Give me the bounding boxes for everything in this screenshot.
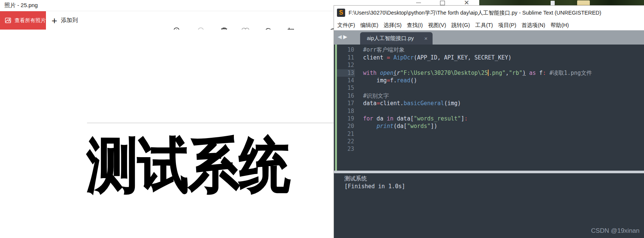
- code-line[interactable]: 16#识别文字: [337, 92, 644, 100]
- code-text: [355, 85, 363, 91]
- code-line[interactable]: 18: [337, 107, 644, 115]
- photo-gallery-icon: [4, 17, 12, 24]
- line-number: 16: [337, 92, 355, 100]
- view-all-photos-button[interactable]: 查看所有照片: [0, 11, 46, 30]
- code-text: data=client.basicGeneral(img): [355, 100, 461, 107]
- menu-item[interactable]: 视图(V): [428, 22, 446, 29]
- photos-window-title: 照片 - 25.png: [4, 2, 38, 9]
- menu-item[interactable]: 工具(T): [475, 22, 493, 29]
- code-line[interactable]: 11client = AipOcr(APP_ID, API_KEY, SECRE…: [337, 54, 644, 61]
- code-text: img=f.read(): [355, 77, 417, 84]
- code-text: [355, 62, 363, 68]
- view-all-photos-label: 查看所有照片: [15, 17, 46, 24]
- code-line[interactable]: 21: [337, 130, 644, 138]
- menu-bar: 文件(F)编辑(E)选择(S)查找(I)视图(V)跳转(G)工具(T)项目(P)…: [334, 20, 644, 30]
- menu-item[interactable]: 项目(P): [498, 22, 516, 29]
- line-number: 17: [337, 100, 355, 107]
- menu-item[interactable]: 编辑(E): [360, 22, 378, 29]
- watermark-text: CSDN @19xinan: [591, 227, 640, 235]
- line-number: 14: [337, 77, 355, 84]
- code-text: [355, 146, 363, 152]
- line-number: 11: [337, 54, 355, 61]
- code-text: #orr客户端对象: [355, 46, 405, 53]
- output-line: [Finished in 1.0s]: [344, 183, 644, 190]
- code-line[interactable]: 14 img=f.read(): [337, 77, 644, 84]
- code-line[interactable]: 17data=client.basicGeneral(img): [337, 100, 644, 107]
- code-line[interactable]: 22: [337, 138, 644, 145]
- line-number: 13: [337, 69, 355, 77]
- add-to-label: 添加到: [61, 17, 78, 24]
- menu-item[interactable]: 选择(S): [384, 22, 402, 29]
- menu-item[interactable]: 查找(I): [407, 22, 423, 29]
- line-number: 10: [337, 46, 355, 54]
- menu-item[interactable]: 文件(F): [337, 22, 355, 29]
- line-number: 18: [337, 107, 355, 115]
- tab-nav-right-icon[interactable]: ▶: [343, 34, 349, 40]
- desktop-wallpaper: [479, 0, 644, 5]
- sublime-logo-icon: S: [337, 9, 345, 17]
- minimize-button[interactable]: [412, 0, 425, 5]
- code-text: client = AipOcr(APP_ID, API_KEY, SECRET_…: [355, 54, 511, 61]
- menu-item[interactable]: 帮助(H): [551, 22, 569, 29]
- code-text: [355, 108, 363, 115]
- code-line[interactable]: 19for da in data["words_result"]:: [337, 115, 644, 122]
- build-output-panel[interactable]: 测试系统 [Finished in 1.0s] CSDN @19xinan: [334, 173, 644, 238]
- desktop-folder-icon: [577, 0, 590, 5]
- sublime-window-title: F:\Users\30270\Desktop\python学习\The fort…: [349, 9, 601, 16]
- line-number: 15: [337, 84, 355, 92]
- menu-item[interactable]: 首选项(N): [521, 22, 545, 29]
- line-number: 22: [337, 138, 355, 145]
- code-text: [355, 45, 363, 46]
- code-text: [355, 131, 363, 137]
- desktop-icon-fragment: [551, 1, 555, 5]
- code-line[interactable]: 10#orr客户端对象: [337, 46, 644, 54]
- code-text: print(da["words"]): [355, 123, 437, 129]
- code-text: #识别文字: [355, 92, 389, 99]
- panel-divider[interactable]: [334, 171, 644, 173]
- tab-close-icon[interactable]: ×: [424, 35, 428, 42]
- line-number: 21: [337, 130, 355, 138]
- code-text: [355, 138, 363, 145]
- add-to-button[interactable]: + 添加到: [52, 11, 78, 30]
- sublime-window: S F:\Users\30270\Desktop\python学习\The fo…: [334, 5, 644, 238]
- line-number: 20: [337, 122, 355, 130]
- code-line[interactable]: 12: [337, 61, 644, 69]
- code-line[interactable]: 23: [337, 145, 644, 153]
- line-number: 23: [337, 145, 355, 153]
- tab-nav-left-icon[interactable]: ◀: [338, 34, 343, 40]
- tab-bar: ◀▶ aip人工智能接口.py ×: [334, 30, 644, 45]
- code-lines: 910#orr客户端对象11client = AipOcr(APP_ID, AP…: [337, 45, 644, 153]
- code-line[interactable]: 13with open(r"F:\Users\30270\Desktop\25.…: [337, 69, 644, 77]
- editor[interactable]: 910#orr客户端对象11client = AipOcr(APP_ID, AP…: [334, 45, 644, 171]
- photo-content-text: 测试系统: [87, 126, 290, 206]
- code-text: with open(r"F:\Users\30270\Desktop\25.pn…: [355, 70, 592, 76]
- tab-navigation: ◀▶: [338, 34, 349, 40]
- menu-item[interactable]: 跳转(G): [451, 22, 470, 29]
- screen: 照片 - 25.png ✕ 查看所有照片 + 添加到: [0, 0, 644, 238]
- tab-active-file[interactable]: aip人工智能接口.py ×: [360, 32, 433, 45]
- sublime-titlebar[interactable]: S F:\Users\30270\Desktop\python学习\The fo…: [334, 6, 644, 20]
- output-line: 测试系统: [344, 175, 644, 183]
- maximize-button[interactable]: [436, 0, 449, 5]
- close-button[interactable]: ✕: [460, 0, 473, 5]
- line-number: 12: [337, 61, 355, 69]
- code-line[interactable]: 20 print(da["words"]): [337, 122, 644, 130]
- tab-label: aip人工智能接口.py: [367, 35, 414, 42]
- line-number: 19: [337, 115, 355, 122]
- plus-icon: +: [52, 17, 57, 24]
- code-line[interactable]: 15: [337, 84, 644, 92]
- code-text: for da in data["words_result"]:: [355, 115, 468, 122]
